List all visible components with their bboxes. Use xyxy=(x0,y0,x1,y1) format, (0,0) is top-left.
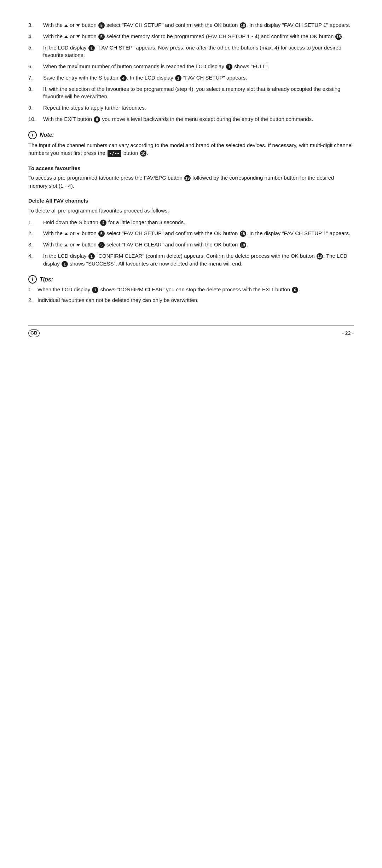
tips-list: 1.When the LCD display 1 shows "CONFIRM … xyxy=(28,286,354,304)
list-item: 5.In the LCD display 1 "FAV CH STEP" app… xyxy=(28,44,354,59)
list-number: 3. xyxy=(28,21,43,29)
list-content: With the or button 5 select "FAV CH SETU… xyxy=(43,21,354,29)
list-number: 2. xyxy=(28,229,43,237)
list-number: 10. xyxy=(28,115,43,123)
circle-num-5: 5 xyxy=(98,34,105,40)
list-number: 1. xyxy=(28,219,43,226)
list-content: Save the entry with the S button 4. In t… xyxy=(43,74,354,82)
dash-button: -/-- xyxy=(108,150,121,157)
footer-country-badge: GB xyxy=(28,329,40,337)
list-content: Hold down the S button 4 for a little lo… xyxy=(43,219,354,226)
circle-num-4: 4 xyxy=(120,75,127,81)
circle-num-18: 18 xyxy=(317,253,323,260)
list-item: 10.With the EXIT button 6 you move a lev… xyxy=(28,115,354,123)
list-item: 9.Repeat the steps to apply further favo… xyxy=(28,104,354,112)
tips-item-number: 2. xyxy=(28,296,37,304)
circle-num-18: 18 xyxy=(240,242,246,248)
list-content: With the or button 5 select "FAV CH CLEA… xyxy=(43,241,354,249)
tips-info-icon: i xyxy=(28,275,37,284)
list-item: 6.When the maximum number of button comm… xyxy=(28,63,354,70)
list-content: With the or button 5 select the memory s… xyxy=(43,33,354,40)
list-number: 9. xyxy=(28,104,43,112)
delete-all-list: 1.Hold down the S button 4 for a little … xyxy=(28,219,354,268)
circle-num-1: 1 xyxy=(92,287,98,293)
circle-num-1: 1 xyxy=(62,261,68,267)
circle-num-18: 18 xyxy=(240,22,246,29)
arrow-down-icon xyxy=(76,35,80,38)
circle-num-1: 1 xyxy=(175,75,181,81)
list-item: 2.With the or button 5 select "FAV CH SE… xyxy=(28,229,354,237)
list-item: 3.With the or button 5 select "FAV CH CL… xyxy=(28,241,354,249)
circle-num-1: 1 xyxy=(88,253,95,260)
circle-num-6: 6 xyxy=(292,287,298,293)
list-content: In the LCD display 1 "FAV CH STEP" appea… xyxy=(43,44,354,59)
list-item: 4.In the LCD display 1 "CONFIRM CLEAR" (… xyxy=(28,252,354,268)
delete-all-section: Delete All FAV channelsTo delete all pre… xyxy=(28,197,354,267)
circle-num-10: 10 xyxy=(140,150,146,157)
list-number: 8. xyxy=(28,85,43,101)
list-item: 3.With the or button 5 select "FAV CH SE… xyxy=(28,21,354,29)
delete-all-intro: To delete all pre-programmed favourites … xyxy=(28,207,354,215)
list-number: 4. xyxy=(28,252,43,268)
list-content: When the maximum number of button comman… xyxy=(43,63,354,70)
tips-title: iTips: xyxy=(28,275,354,284)
tips-item-content: Individual favourites can not be deleted… xyxy=(37,296,354,304)
to-access-section: To access favouritesTo access a pre-prog… xyxy=(28,164,354,190)
list-number: 6. xyxy=(28,63,43,70)
list-item: 4.With the or button 5 select the memory… xyxy=(28,33,354,40)
circle-num-5: 5 xyxy=(98,22,105,29)
circle-num-18: 18 xyxy=(240,231,246,237)
footer: GB- 22 - xyxy=(28,325,354,337)
list-number: 5. xyxy=(28,44,43,59)
list-item: 8.If, with the selection of the favourit… xyxy=(28,85,354,101)
main-list: 3.With the or button 5 select "FAV CH SE… xyxy=(28,21,354,123)
delete-all-title: Delete All FAV channels xyxy=(28,197,354,205)
note-title-text: Note: xyxy=(40,131,54,139)
list-content: With the EXIT button 6 you move a level … xyxy=(43,115,354,123)
to-access-body: To access a pre-programmed favourite pre… xyxy=(28,174,354,190)
tips-item: 1.When the LCD display 1 shows "CONFIRM … xyxy=(28,286,354,293)
tips-item-number: 1. xyxy=(28,286,37,293)
footer-page-number: - 22 - xyxy=(342,330,354,337)
arrow-up-icon xyxy=(64,35,68,38)
arrow-down-icon xyxy=(76,244,80,246)
tips-title-text: Tips: xyxy=(40,275,53,284)
list-content: Repeat the steps to apply further favour… xyxy=(43,104,354,112)
list-number: 4. xyxy=(28,33,43,40)
arrow-up-icon xyxy=(64,24,68,27)
note-title: iNote: xyxy=(28,131,354,139)
list-content: In the LCD display 1 "CONFIRM CLEAR" (co… xyxy=(43,252,354,268)
circle-num-5: 5 xyxy=(98,242,105,248)
to-access-title: To access favourites xyxy=(28,164,354,172)
arrow-up-icon xyxy=(64,233,68,235)
list-content: If, with the selection of the favourites… xyxy=(43,85,354,101)
tips-item-content: When the LCD display 1 shows "CONFIRM CL… xyxy=(37,286,354,293)
list-item: 1.Hold down the S button 4 for a little … xyxy=(28,219,354,226)
circle-num-6: 6 xyxy=(94,116,100,123)
circle-num-1: 1 xyxy=(88,45,95,51)
arrow-down-icon xyxy=(76,233,80,235)
arrow-down-icon xyxy=(76,24,80,27)
circle-num-1: 1 xyxy=(226,64,232,70)
circle-num-18: 18 xyxy=(335,34,342,40)
list-number: 3. xyxy=(28,241,43,249)
note-section: iNote:The input of the channel numbers c… xyxy=(28,131,354,157)
info-icon: i xyxy=(28,131,37,139)
circle-num-4: 4 xyxy=(100,220,106,226)
note-body: The input of the channel numbers can var… xyxy=(28,141,354,157)
circle-num-19: 19 xyxy=(184,175,191,181)
tips-item: 2.Individual favourites can not be delet… xyxy=(28,296,354,304)
list-item: 7.Save the entry with the S button 4. In… xyxy=(28,74,354,82)
tips-section: iTips:1.When the LCD display 1 shows "CO… xyxy=(28,275,354,304)
circle-num-5: 5 xyxy=(98,231,105,237)
arrow-up-icon xyxy=(64,244,68,246)
list-number: 7. xyxy=(28,74,43,82)
list-content: With the or button 5 select "FAV CH SETU… xyxy=(43,229,354,237)
